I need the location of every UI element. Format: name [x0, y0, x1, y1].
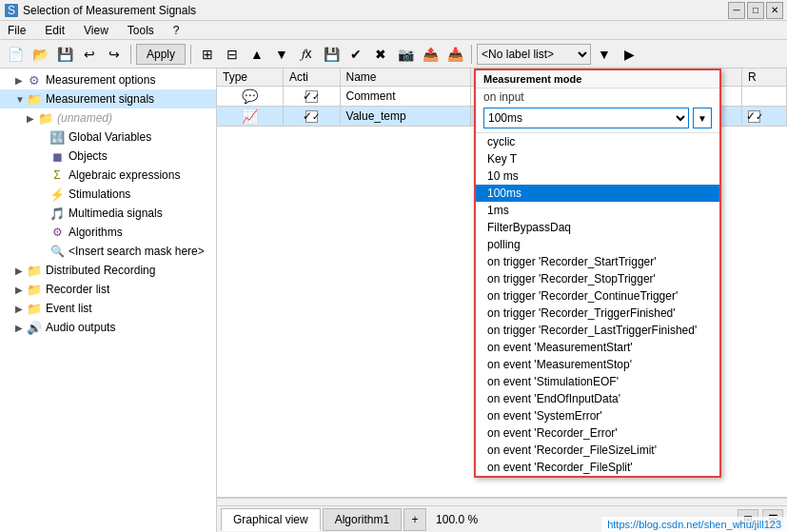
- watermark: https://blog.csdn.net/shen_whu/jill123: [601, 517, 787, 532]
- dropdown-option-stoptrigger[interactable]: on trigger 'Recorder_StopTrigger': [476, 270, 719, 287]
- toolbar-redo-btn[interactable]: ↪: [103, 43, 126, 66]
- toolbar-open-btn[interactable]: 📂: [29, 43, 51, 66]
- r-cell-comment: [742, 87, 787, 107]
- toolbar-save-btn[interactable]: 💾: [53, 43, 76, 66]
- toolbar-up-btn[interactable]: ▲: [246, 43, 268, 66]
- global-var-icon: 🔣: [49, 129, 65, 145]
- active-cell-comment[interactable]: ✓: [283, 87, 340, 107]
- dropdown-option-endofinputdata[interactable]: on event 'EndOfInputData': [476, 390, 719, 407]
- toolbar-export-btn[interactable]: 📤: [419, 43, 442, 66]
- dropdown-option-keyt[interactable]: Key T: [476, 150, 719, 167]
- tab-graphical-view[interactable]: Graphical view: [221, 508, 321, 531]
- sidebar-item-distributed-recording[interactable]: ▶ 📁 Distributed Recording: [0, 261, 216, 280]
- menu-help[interactable]: ?: [169, 22, 184, 39]
- dropdown-option-measurementstart[interactable]: on event 'MeasurementStart': [476, 339, 719, 356]
- menu-file[interactable]: File: [4, 22, 30, 39]
- sidebar-item-stimulations[interactable]: ⚡ Stimulations: [0, 185, 216, 204]
- dropdown-option-measurementstop[interactable]: on event 'MeasurementStop': [476, 356, 719, 373]
- tree-arrow-algo: [38, 227, 49, 238]
- sidebar-item-algorithms[interactable]: ⚙ Algorithms: [0, 223, 216, 242]
- multimedia-icon: 🎵: [49, 206, 65, 221]
- event-list-icon: 📁: [27, 301, 42, 316]
- toolbar-icon1[interactable]: ⊞: [196, 43, 219, 66]
- dropdown-option-stimulationeof[interactable]: on event 'StimulationEOF': [476, 373, 719, 390]
- dropdown-option-continuetrigger[interactable]: on trigger 'Recorder_ContinueTrigger': [476, 287, 719, 305]
- dropdown-option-systemerror[interactable]: on event 'SystemError': [476, 407, 719, 424]
- toolbar-import-btn[interactable]: 📥: [443, 43, 466, 66]
- audio-icon: 🔊: [27, 320, 42, 335]
- dropdown-option-triggerfinished[interactable]: on trigger 'Recorder_TriggerFinished': [476, 305, 719, 322]
- dropdown-option-filterbypassdaq[interactable]: FilterBypassDaq: [476, 219, 719, 236]
- active-checkbox-comment[interactable]: ✓: [305, 90, 318, 103]
- sidebar-item-event-list[interactable]: ▶ 📁 Event list: [0, 299, 216, 318]
- close-button[interactable]: ✕: [766, 2, 783, 19]
- dropdown-option-recorder-error[interactable]: on event 'Recorder_Error': [476, 424, 719, 442]
- sidebar-label-stimulations: Stimulations: [69, 187, 130, 201]
- tree-arrow-dr: ▶: [15, 266, 27, 276]
- dropdown-arrow-button[interactable]: ▼: [693, 108, 712, 128]
- sidebar-item-multimedia[interactable]: 🎵 Multimedia signals: [0, 204, 216, 223]
- minimize-button[interactable]: ─: [728, 2, 745, 19]
- dropdown-list: cyclic Key T 10 ms 100ms 1ms FilterBypas…: [476, 132, 719, 476]
- window-controls: ─ □ ✕: [728, 2, 783, 19]
- sidebar-item-audio-outputs[interactable]: ▶ 🔊 Audio outputs: [0, 318, 216, 337]
- sidebar-item-search[interactable]: 🔍 <Insert search mask here>: [0, 242, 216, 261]
- menu-tools[interactable]: Tools: [124, 22, 158, 39]
- dropdown-option-100ms[interactable]: 100ms: [476, 185, 719, 202]
- dropdown-option-recorder-filesplit[interactable]: on event 'Recorder_FileSplit': [476, 459, 719, 476]
- stim-icon: ⚡: [49, 187, 65, 202]
- menu-view[interactable]: View: [80, 22, 112, 39]
- toolbar-dropdown-btn[interactable]: ▼: [593, 43, 616, 66]
- dropdown-on-input: on input: [476, 89, 719, 106]
- dropdown-option-startrigger[interactable]: on trigger 'Recorder_StartTrigger': [476, 253, 719, 270]
- sidebar-label-multimedia: Multimedia signals: [69, 207, 163, 220]
- tab-algorithm1[interactable]: Algorithm1: [323, 508, 402, 531]
- toolbar-down-btn[interactable]: ▼: [270, 43, 293, 66]
- toolbar-floppy-btn[interactable]: 💾: [320, 43, 343, 66]
- tab-add-button[interactable]: +: [403, 508, 426, 531]
- dropdown-option-recorder-filesizelimit[interactable]: on event 'Recorder_FileSizeLimit': [476, 442, 719, 459]
- tree-arrow-options: ▶: [15, 75, 27, 86]
- dropdown-option-cyclic[interactable]: cyclic: [476, 133, 719, 150]
- dropdown-option-polling[interactable]: polling: [476, 236, 719, 253]
- sidebar-label-sub: (unnamed): [57, 111, 112, 125]
- toolbar-check-btn[interactable]: ✔: [344, 43, 367, 66]
- tree-arrow-search: [38, 246, 49, 257]
- tree-arrow-obj: [38, 151, 49, 162]
- sidebar-item-sub-folder[interactable]: ▶ 📁 (unnamed): [0, 108, 216, 128]
- toolbar-fx-btn[interactable]: 𝑓x: [295, 43, 318, 66]
- toolbar-photo-btn[interactable]: 📷: [394, 43, 417, 66]
- sidebar-label-event-list: Event list: [46, 302, 92, 315]
- sidebar-item-measurement-signals[interactable]: ▼ 📁 Measurement signals: [0, 89, 216, 108]
- sidebar-label-distributed-recording: Distributed Recording: [46, 264, 155, 277]
- sidebar-item-algebraic[interactable]: Σ Algebraic expressions: [0, 166, 216, 185]
- sidebar-item-recorder-list[interactable]: ▶ 📁 Recorder list: [0, 280, 216, 299]
- sidebar-item-measurement-options[interactable]: ▶ ⚙ Measurement options: [0, 70, 216, 89]
- dropdown-option-10ms[interactable]: 10 ms: [476, 167, 719, 185]
- sidebar-label-audio-outputs: Audio outputs: [46, 321, 115, 334]
- distributed-icon: 📁: [27, 263, 42, 278]
- sidebar-label-search: <Insert search mask here>: [69, 245, 205, 258]
- dropdown-select[interactable]: 100ms: [483, 108, 689, 128]
- apply-button[interactable]: Apply: [136, 44, 186, 65]
- toolbar-cross-btn[interactable]: ✖: [369, 43, 392, 66]
- r-checkbox[interactable]: ✓: [748, 110, 760, 123]
- toolbar-right-btn[interactable]: ▶: [618, 43, 640, 66]
- tree-arrow-ao: ▶: [15, 323, 27, 333]
- sidebar-item-objects[interactable]: ◼ Objects: [0, 147, 216, 166]
- active-checkbox-value[interactable]: ✓: [305, 110, 318, 123]
- sidebar-item-global-variables[interactable]: 🔣 Global Variables: [0, 128, 216, 147]
- dropdown-option-1ms[interactable]: 1ms: [476, 202, 719, 219]
- maximize-button[interactable]: □: [747, 2, 764, 19]
- search-icon: 🔍: [49, 244, 65, 259]
- label-list-select[interactable]: <No label list>: [477, 44, 591, 65]
- sub-folder-icon: 📁: [38, 110, 53, 126]
- toolbar-icon2[interactable]: ⊟: [221, 43, 244, 66]
- toolbar-new-btn[interactable]: 📄: [4, 43, 27, 66]
- active-cell-value[interactable]: ✓: [283, 107, 340, 127]
- scroll-area: [217, 498, 787, 505]
- menu-edit[interactable]: Edit: [41, 22, 69, 39]
- toolbar-undo-btn[interactable]: ↩: [78, 43, 101, 66]
- dropdown-option-lasttrigger[interactable]: on trigger 'Recorder_LastTriggerFinished…: [476, 322, 719, 339]
- app-icon: S: [4, 3, 19, 18]
